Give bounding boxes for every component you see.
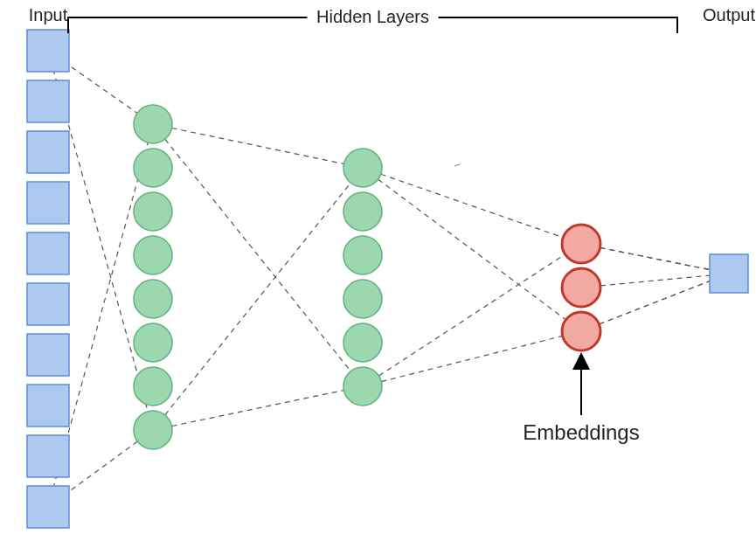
- hidden2-node: [343, 236, 382, 274]
- input-node: [27, 486, 69, 528]
- input-node: [27, 385, 69, 427]
- edge-h1-h2: [153, 124, 363, 168]
- hidden2-node: [343, 280, 382, 318]
- hidden1-node: [134, 105, 172, 143]
- edge-h1-h2: [153, 386, 363, 430]
- edge-h2-embed: [363, 168, 581, 331]
- decorative-tick: [454, 164, 460, 166]
- hidden2-node: [343, 149, 382, 187]
- edge-h2-embed: [363, 331, 581, 386]
- hidden2-node: [343, 367, 382, 406]
- hidden-bracket-left: [68, 17, 308, 33]
- input-node: [27, 232, 69, 274]
- input-node: [27, 182, 69, 224]
- input-node: [27, 283, 69, 325]
- edge-h2-embed: [363, 244, 581, 386]
- input-node: [27, 131, 69, 173]
- hidden1-node: [134, 192, 172, 231]
- embeddings-label: Embeddings: [523, 420, 639, 444]
- input-label: Input: [29, 5, 68, 24]
- hidden1-node: [134, 149, 172, 187]
- input-node: [27, 435, 69, 477]
- hidden1-node: [134, 323, 172, 362]
- edge-embed-output: [581, 274, 729, 331]
- hidden1-node: [134, 411, 172, 449]
- embedding-node: [562, 268, 600, 307]
- embedding-node: [562, 225, 600, 263]
- hidden-bracket-right: [439, 17, 678, 33]
- output-label: Output: [703, 5, 755, 24]
- edge-h1-h2: [153, 168, 363, 430]
- output-node: [710, 254, 748, 293]
- hidden2-node: [343, 192, 382, 231]
- edge-h1-h2: [153, 124, 363, 386]
- input-node: [27, 30, 69, 72]
- edge-embed-output: [581, 244, 729, 274]
- input-node: [27, 334, 69, 376]
- embedding-node: [562, 312, 600, 350]
- input-node: [27, 80, 69, 122]
- hidden1-node: [134, 236, 172, 274]
- edge-h2-embed: [363, 168, 581, 244]
- edge-embed-output-mid: [581, 274, 729, 288]
- hidden-layers-label: Hidden Layers: [316, 7, 429, 26]
- hidden2-node: [343, 323, 382, 362]
- hidden1-node: [134, 280, 172, 318]
- hidden1-node: [134, 367, 172, 406]
